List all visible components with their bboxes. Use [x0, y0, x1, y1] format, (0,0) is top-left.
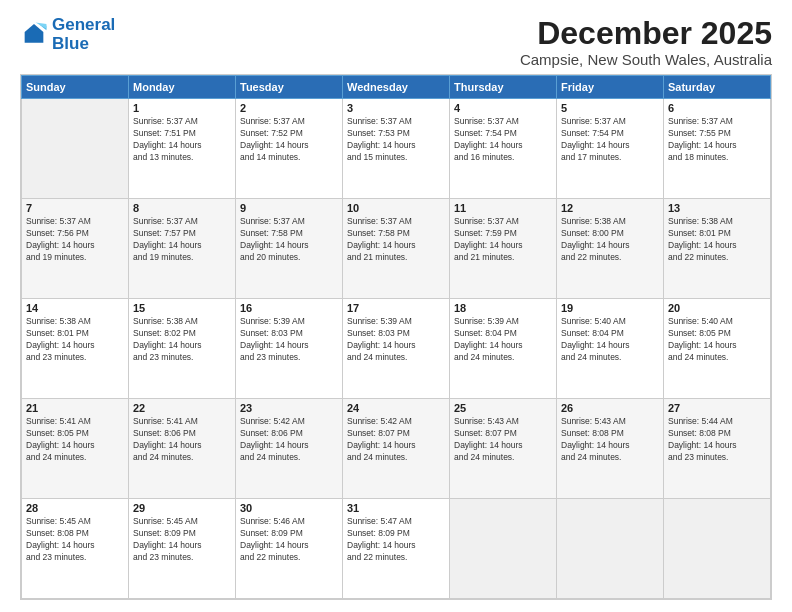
calendar-cell	[22, 99, 129, 199]
day-number: 8	[133, 202, 231, 214]
day-info: Sunrise: 5:37 AM Sunset: 7:54 PM Dayligh…	[561, 116, 659, 164]
day-number: 17	[347, 302, 445, 314]
calendar-cell: 22Sunrise: 5:41 AM Sunset: 8:06 PM Dayli…	[129, 399, 236, 499]
calendar-cell: 14Sunrise: 5:38 AM Sunset: 8:01 PM Dayli…	[22, 299, 129, 399]
day-number: 22	[133, 402, 231, 414]
calendar-cell	[664, 499, 771, 599]
day-number: 31	[347, 502, 445, 514]
calendar-cell: 7Sunrise: 5:37 AM Sunset: 7:56 PM Daylig…	[22, 199, 129, 299]
day-header-wednesday: Wednesday	[343, 76, 450, 99]
day-number: 24	[347, 402, 445, 414]
calendar-cell: 26Sunrise: 5:43 AM Sunset: 8:08 PM Dayli…	[557, 399, 664, 499]
day-number: 10	[347, 202, 445, 214]
logo-text: General Blue	[52, 16, 115, 53]
day-info: Sunrise: 5:43 AM Sunset: 8:07 PM Dayligh…	[454, 416, 552, 464]
day-number: 18	[454, 302, 552, 314]
calendar-cell: 21Sunrise: 5:41 AM Sunset: 8:05 PM Dayli…	[22, 399, 129, 499]
day-info: Sunrise: 5:40 AM Sunset: 8:05 PM Dayligh…	[668, 316, 766, 364]
calendar-cell: 11Sunrise: 5:37 AM Sunset: 7:59 PM Dayli…	[450, 199, 557, 299]
calendar-cell: 19Sunrise: 5:40 AM Sunset: 8:04 PM Dayli…	[557, 299, 664, 399]
calendar-cell: 5Sunrise: 5:37 AM Sunset: 7:54 PM Daylig…	[557, 99, 664, 199]
calendar-cell: 6Sunrise: 5:37 AM Sunset: 7:55 PM Daylig…	[664, 99, 771, 199]
day-header-sunday: Sunday	[22, 76, 129, 99]
day-number: 2	[240, 102, 338, 114]
day-info: Sunrise: 5:37 AM Sunset: 7:54 PM Dayligh…	[454, 116, 552, 164]
calendar-cell	[450, 499, 557, 599]
calendar-cell: 20Sunrise: 5:40 AM Sunset: 8:05 PM Dayli…	[664, 299, 771, 399]
day-number: 3	[347, 102, 445, 114]
logo: General Blue	[20, 16, 115, 53]
calendar-cell: 31Sunrise: 5:47 AM Sunset: 8:09 PM Dayli…	[343, 499, 450, 599]
day-number: 19	[561, 302, 659, 314]
day-info: Sunrise: 5:37 AM Sunset: 7:57 PM Dayligh…	[133, 216, 231, 264]
calendar-cell: 15Sunrise: 5:38 AM Sunset: 8:02 PM Dayli…	[129, 299, 236, 399]
day-header-monday: Monday	[129, 76, 236, 99]
day-header-friday: Friday	[557, 76, 664, 99]
calendar-cell: 16Sunrise: 5:39 AM Sunset: 8:03 PM Dayli…	[236, 299, 343, 399]
day-info: Sunrise: 5:37 AM Sunset: 7:52 PM Dayligh…	[240, 116, 338, 164]
calendar-cell: 24Sunrise: 5:42 AM Sunset: 8:07 PM Dayli…	[343, 399, 450, 499]
day-number: 30	[240, 502, 338, 514]
day-number: 28	[26, 502, 124, 514]
day-info: Sunrise: 5:37 AM Sunset: 7:59 PM Dayligh…	[454, 216, 552, 264]
calendar-cell: 28Sunrise: 5:45 AM Sunset: 8:08 PM Dayli…	[22, 499, 129, 599]
header-row: SundayMondayTuesdayWednesdayThursdayFrid…	[22, 76, 771, 99]
calendar-cell: 30Sunrise: 5:46 AM Sunset: 8:09 PM Dayli…	[236, 499, 343, 599]
main-title: December 2025	[520, 16, 772, 51]
logo-icon	[20, 21, 48, 49]
day-info: Sunrise: 5:44 AM Sunset: 8:08 PM Dayligh…	[668, 416, 766, 464]
calendar-cell: 29Sunrise: 5:45 AM Sunset: 8:09 PM Dayli…	[129, 499, 236, 599]
day-info: Sunrise: 5:42 AM Sunset: 8:07 PM Dayligh…	[347, 416, 445, 464]
calendar-cell: 12Sunrise: 5:38 AM Sunset: 8:00 PM Dayli…	[557, 199, 664, 299]
day-info: Sunrise: 5:45 AM Sunset: 8:09 PM Dayligh…	[133, 516, 231, 564]
day-info: Sunrise: 5:38 AM Sunset: 8:02 PM Dayligh…	[133, 316, 231, 364]
week-row-2: 7Sunrise: 5:37 AM Sunset: 7:56 PM Daylig…	[22, 199, 771, 299]
day-number: 14	[26, 302, 124, 314]
day-info: Sunrise: 5:41 AM Sunset: 8:06 PM Dayligh…	[133, 416, 231, 464]
calendar-cell: 10Sunrise: 5:37 AM Sunset: 7:58 PM Dayli…	[343, 199, 450, 299]
day-info: Sunrise: 5:39 AM Sunset: 8:04 PM Dayligh…	[454, 316, 552, 364]
header: General Blue December 2025 Campsie, New …	[20, 16, 772, 68]
calendar-cell: 4Sunrise: 5:37 AM Sunset: 7:54 PM Daylig…	[450, 99, 557, 199]
day-number: 27	[668, 402, 766, 414]
week-row-3: 14Sunrise: 5:38 AM Sunset: 8:01 PM Dayli…	[22, 299, 771, 399]
day-number: 11	[454, 202, 552, 214]
day-number: 6	[668, 102, 766, 114]
subtitle: Campsie, New South Wales, Australia	[520, 51, 772, 68]
day-number: 15	[133, 302, 231, 314]
day-info: Sunrise: 5:38 AM Sunset: 8:01 PM Dayligh…	[668, 216, 766, 264]
day-number: 5	[561, 102, 659, 114]
day-info: Sunrise: 5:37 AM Sunset: 7:56 PM Dayligh…	[26, 216, 124, 264]
day-number: 1	[133, 102, 231, 114]
calendar-cell: 8Sunrise: 5:37 AM Sunset: 7:57 PM Daylig…	[129, 199, 236, 299]
day-info: Sunrise: 5:38 AM Sunset: 8:01 PM Dayligh…	[26, 316, 124, 364]
calendar-cell: 2Sunrise: 5:37 AM Sunset: 7:52 PM Daylig…	[236, 99, 343, 199]
calendar-cell: 9Sunrise: 5:37 AM Sunset: 7:58 PM Daylig…	[236, 199, 343, 299]
calendar-cell: 17Sunrise: 5:39 AM Sunset: 8:03 PM Dayli…	[343, 299, 450, 399]
calendar-cell	[557, 499, 664, 599]
day-number: 25	[454, 402, 552, 414]
week-row-5: 28Sunrise: 5:45 AM Sunset: 8:08 PM Dayli…	[22, 499, 771, 599]
day-number: 13	[668, 202, 766, 214]
day-header-saturday: Saturday	[664, 76, 771, 99]
logo-line2: Blue	[52, 34, 89, 53]
day-info: Sunrise: 5:37 AM Sunset: 7:55 PM Dayligh…	[668, 116, 766, 164]
day-number: 4	[454, 102, 552, 114]
day-info: Sunrise: 5:37 AM Sunset: 7:58 PM Dayligh…	[347, 216, 445, 264]
calendar-cell: 3Sunrise: 5:37 AM Sunset: 7:53 PM Daylig…	[343, 99, 450, 199]
week-row-4: 21Sunrise: 5:41 AM Sunset: 8:05 PM Dayli…	[22, 399, 771, 499]
day-info: Sunrise: 5:38 AM Sunset: 8:00 PM Dayligh…	[561, 216, 659, 264]
day-info: Sunrise: 5:40 AM Sunset: 8:04 PM Dayligh…	[561, 316, 659, 364]
day-number: 12	[561, 202, 659, 214]
day-number: 16	[240, 302, 338, 314]
day-info: Sunrise: 5:45 AM Sunset: 8:08 PM Dayligh…	[26, 516, 124, 564]
calendar-cell: 13Sunrise: 5:38 AM Sunset: 8:01 PM Dayli…	[664, 199, 771, 299]
day-info: Sunrise: 5:46 AM Sunset: 8:09 PM Dayligh…	[240, 516, 338, 564]
week-row-1: 1Sunrise: 5:37 AM Sunset: 7:51 PM Daylig…	[22, 99, 771, 199]
day-number: 20	[668, 302, 766, 314]
day-info: Sunrise: 5:37 AM Sunset: 7:58 PM Dayligh…	[240, 216, 338, 264]
day-number: 23	[240, 402, 338, 414]
logo-line1: General	[52, 15, 115, 34]
calendar-cell: 27Sunrise: 5:44 AM Sunset: 8:08 PM Dayli…	[664, 399, 771, 499]
day-number: 21	[26, 402, 124, 414]
